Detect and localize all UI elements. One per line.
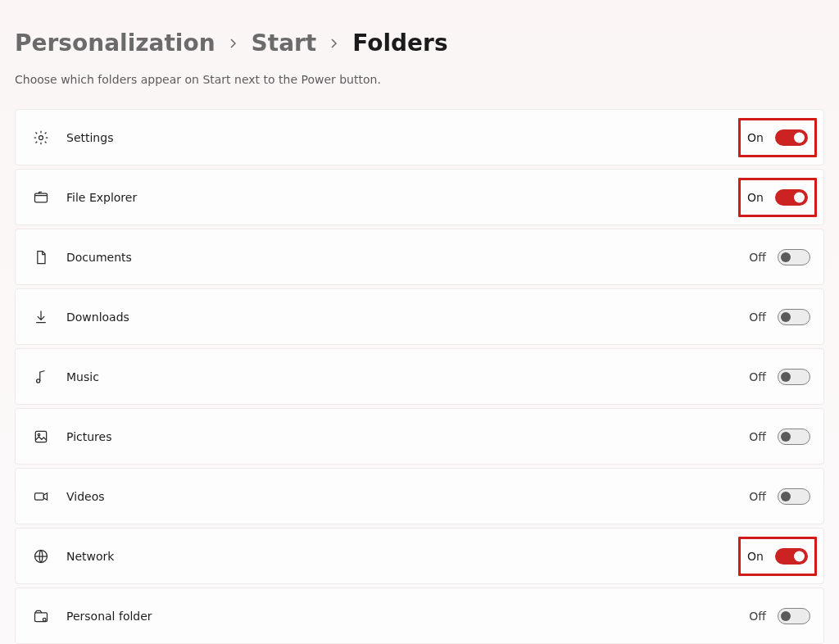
folder-row-file-explorer[interactable]: File Explorer On bbox=[15, 169, 824, 225]
document-icon bbox=[32, 248, 50, 266]
toggle-state-label: On bbox=[747, 131, 764, 144]
gear-icon bbox=[32, 129, 50, 147]
toggle-state-label: Off bbox=[749, 251, 766, 264]
folder-label: Settings bbox=[66, 131, 738, 144]
toggle-state-label: On bbox=[747, 191, 764, 204]
toggle-state-label: Off bbox=[749, 370, 766, 383]
folder-label: Music bbox=[66, 370, 749, 383]
breadcrumb-personalization[interactable]: Personalization bbox=[15, 29, 215, 57]
folder-row-settings[interactable]: Settings On bbox=[15, 109, 824, 166]
svg-point-8 bbox=[43, 618, 46, 621]
toggle-state-label: Off bbox=[749, 490, 766, 503]
folder-label: Downloads bbox=[66, 311, 749, 324]
chevron-right-icon bbox=[329, 39, 339, 48]
folder-row-documents[interactable]: Documents Off bbox=[15, 229, 824, 285]
toggle-personal-folder[interactable] bbox=[778, 608, 810, 624]
folder-label: Personal folder bbox=[66, 610, 749, 623]
breadcrumb: Personalization Start Folders bbox=[15, 29, 824, 57]
svg-rect-1 bbox=[35, 193, 48, 202]
toggle-settings[interactable] bbox=[775, 129, 808, 146]
toggle-videos[interactable] bbox=[778, 488, 810, 505]
folder-row-downloads[interactable]: Downloads Off bbox=[15, 288, 824, 345]
svg-point-0 bbox=[39, 135, 43, 139]
breadcrumb-start[interactable]: Start bbox=[252, 29, 317, 57]
toggle-file-explorer[interactable] bbox=[775, 189, 808, 206]
chevron-right-icon bbox=[229, 39, 238, 48]
folder-row-personal-folder[interactable]: Personal folder Off bbox=[15, 587, 824, 644]
file-explorer-icon bbox=[32, 188, 50, 206]
network-icon bbox=[32, 547, 50, 565]
folder-label: Network bbox=[66, 550, 738, 563]
toggle-state-label: Off bbox=[749, 430, 766, 443]
svg-rect-5 bbox=[35, 492, 44, 499]
toggle-music[interactable] bbox=[778, 369, 810, 385]
picture-icon bbox=[32, 428, 50, 446]
breadcrumb-folders: Folders bbox=[352, 29, 447, 57]
video-icon bbox=[32, 488, 50, 506]
folder-row-pictures[interactable]: Pictures Off bbox=[15, 408, 824, 465]
folder-label: Pictures bbox=[66, 430, 749, 443]
folder-row-network[interactable]: Network On bbox=[15, 528, 824, 584]
folder-label: Documents bbox=[66, 251, 749, 264]
folder-list: Settings On File Explorer On bbox=[15, 109, 824, 644]
folder-row-music[interactable]: Music Off bbox=[15, 348, 824, 405]
folder-label: Videos bbox=[66, 490, 749, 503]
folder-row-videos[interactable]: Videos Off bbox=[15, 468, 824, 524]
music-icon bbox=[32, 368, 50, 386]
download-icon bbox=[32, 308, 50, 326]
svg-rect-3 bbox=[35, 431, 46, 442]
toggle-state-label: On bbox=[747, 550, 764, 563]
folder-label: File Explorer bbox=[66, 191, 738, 204]
toggle-downloads[interactable] bbox=[778, 309, 810, 325]
toggle-network[interactable] bbox=[775, 548, 808, 565]
toggle-state-label: Off bbox=[749, 311, 766, 324]
toggle-pictures[interactable] bbox=[778, 429, 810, 445]
page-subtitle: Choose which folders appear on Start nex… bbox=[15, 73, 824, 86]
toggle-state-label: Off bbox=[749, 610, 766, 623]
personal-folder-icon bbox=[32, 607, 50, 625]
toggle-documents[interactable] bbox=[778, 249, 810, 265]
svg-point-4 bbox=[38, 433, 40, 436]
